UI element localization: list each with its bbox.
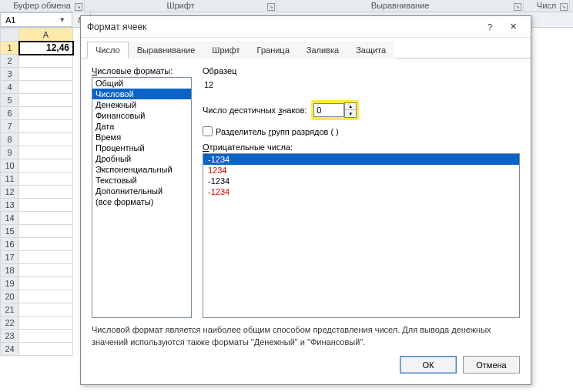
list-item[interactable]: Время bbox=[92, 132, 191, 142]
tab-граница[interactable]: Граница bbox=[249, 42, 298, 59]
cell[interactable] bbox=[19, 238, 73, 251]
row-header[interactable]: 1 bbox=[1, 42, 19, 55]
row-header[interactable]: 13 bbox=[1, 199, 19, 212]
decimal-spinner: ▲ ▼ bbox=[344, 102, 357, 118]
format-list[interactable]: ОбщийЧисловойДенежныйФинансовыйДатаВремя… bbox=[92, 77, 192, 318]
row-header[interactable]: 18 bbox=[1, 264, 19, 277]
row-header[interactable]: 3 bbox=[1, 68, 19, 81]
list-item[interactable]: Дробный bbox=[92, 153, 191, 164]
row-header[interactable]: 22 bbox=[1, 317, 19, 330]
row-header[interactable]: 23 bbox=[1, 330, 19, 343]
cell[interactable] bbox=[19, 94, 73, 107]
row-header[interactable]: 10 bbox=[1, 159, 19, 173]
cell[interactable] bbox=[19, 68, 73, 81]
cell[interactable] bbox=[19, 264, 73, 277]
sample-value: 12 bbox=[204, 80, 520, 89]
cell[interactable] bbox=[19, 55, 73, 68]
cell[interactable] bbox=[19, 146, 73, 159]
row-header[interactable]: 7 bbox=[1, 120, 19, 133]
row-header[interactable]: 11 bbox=[1, 173, 19, 186]
cell[interactable] bbox=[19, 186, 73, 199]
list-item[interactable]: Экспоненциальный bbox=[92, 164, 191, 175]
list-item[interactable]: Дата bbox=[92, 121, 191, 132]
ribbon-groups: Буфер обмена↘Шрифт↘Выравнивание↘Числ↘ bbox=[0, 0, 573, 12]
row-header[interactable]: 8 bbox=[1, 133, 19, 146]
list-item[interactable]: Дополнительный bbox=[92, 186, 191, 196]
list-item[interactable]: -1234 bbox=[203, 154, 519, 165]
row-header[interactable]: 20 bbox=[1, 290, 19, 303]
dialog-tabs: ЧислоВыравниваниеШрифтГраницаЗаливкаЗащи… bbox=[81, 38, 531, 59]
cell[interactable] bbox=[19, 225, 73, 238]
spinner-up-button[interactable]: ▲ bbox=[345, 103, 356, 110]
row-header[interactable]: 4 bbox=[1, 81, 19, 94]
list-item[interactable]: Финансовый bbox=[92, 110, 191, 121]
ribbon-group: Буфер обмена↘ bbox=[0, 0, 85, 12]
row-header[interactable]: 24 bbox=[1, 343, 19, 356]
close-button[interactable]: ✕ bbox=[501, 18, 524, 35]
sample-label: Образец bbox=[203, 66, 520, 75]
cell[interactable] bbox=[19, 290, 73, 303]
row-header[interactable]: 6 bbox=[1, 107, 19, 120]
cell[interactable] bbox=[19, 343, 73, 356]
row-header[interactable]: 17 bbox=[1, 251, 19, 264]
list-item[interactable]: Процентный bbox=[92, 142, 191, 153]
dialog-launcher-icon[interactable]: ↘ bbox=[560, 3, 568, 11]
cell[interactable] bbox=[19, 173, 73, 186]
cancel-button[interactable]: Отмена bbox=[463, 356, 520, 374]
chevron-down-icon[interactable]: ▾ bbox=[58, 15, 67, 25]
cell[interactable] bbox=[19, 212, 73, 225]
list-item[interactable]: -1234 bbox=[203, 176, 519, 186]
help-button[interactable]: ? bbox=[478, 18, 501, 35]
thousands-separator-label: Разделитель групп разрядов ( ) bbox=[216, 127, 339, 136]
negative-numbers-list[interactable]: -12341234-1234-1234 bbox=[203, 153, 520, 318]
cell[interactable] bbox=[19, 277, 73, 290]
row-header[interactable]: 2 bbox=[1, 55, 19, 68]
dialog-launcher-icon[interactable]: ↘ bbox=[514, 3, 521, 11]
dialog-launcher-icon[interactable]: ↘ bbox=[75, 3, 82, 11]
list-item[interactable]: Числовой bbox=[92, 89, 191, 99]
dialog-buttons: ОК Отмена bbox=[92, 356, 520, 377]
row-header[interactable]: 9 bbox=[1, 146, 19, 159]
tab-заливка[interactable]: Заливка bbox=[298, 42, 347, 59]
dialog-launcher-icon[interactable]: ↘ bbox=[267, 3, 275, 11]
decimal-places-input[interactable] bbox=[313, 103, 344, 117]
cell[interactable]: 12,46 bbox=[19, 42, 73, 55]
tab-число[interactable]: Число bbox=[87, 42, 129, 59]
row-header[interactable]: 14 bbox=[1, 212, 19, 225]
list-item[interactable]: 1234 bbox=[203, 165, 519, 176]
cell[interactable] bbox=[19, 330, 73, 343]
row-header[interactable]: 15 bbox=[1, 225, 19, 238]
decimal-highlight: ▲ ▼ bbox=[311, 100, 359, 120]
row-header[interactable]: 5 bbox=[1, 94, 19, 107]
name-box[interactable]: A1 ▾ bbox=[0, 12, 72, 27]
ok-button[interactable]: ОК bbox=[400, 356, 457, 374]
list-item[interactable]: Общий bbox=[92, 78, 191, 89]
row-header[interactable]: 21 bbox=[1, 303, 19, 317]
tab-защита[interactable]: Защита bbox=[347, 42, 394, 59]
row-header[interactable]: 16 bbox=[1, 238, 19, 251]
select-all-corner[interactable] bbox=[1, 28, 19, 42]
spinner-down-button[interactable]: ▼ bbox=[345, 110, 356, 117]
cell[interactable] bbox=[19, 120, 73, 133]
cell[interactable] bbox=[19, 107, 73, 120]
cell[interactable] bbox=[19, 133, 73, 146]
column-header[interactable]: A bbox=[19, 28, 73, 42]
list-item[interactable]: (все форматы) bbox=[92, 196, 191, 207]
row-header[interactable]: 12 bbox=[1, 186, 19, 199]
format-list-label: Числовые форматы: bbox=[92, 66, 192, 75]
tab-выравнивание[interactable]: Выравнивание bbox=[129, 42, 204, 59]
ribbon-group: Числ↘ bbox=[524, 0, 570, 12]
thousands-separator-checkbox[interactable] bbox=[203, 126, 213, 136]
cell[interactable] bbox=[19, 303, 73, 317]
cell[interactable] bbox=[19, 199, 73, 212]
cell[interactable] bbox=[19, 317, 73, 330]
list-item[interactable]: -1234 bbox=[203, 186, 519, 197]
cell[interactable] bbox=[19, 81, 73, 94]
list-item[interactable]: Денежный bbox=[92, 99, 191, 110]
format-cells-dialog: Формат ячеек ? ✕ ЧислоВыравниваниеШрифтГ… bbox=[80, 15, 531, 385]
list-item[interactable]: Текстовый bbox=[92, 175, 191, 186]
cell[interactable] bbox=[19, 159, 73, 173]
tab-шрифт[interactable]: Шрифт bbox=[203, 42, 248, 59]
cell[interactable] bbox=[19, 251, 73, 264]
row-header[interactable]: 19 bbox=[1, 277, 19, 290]
